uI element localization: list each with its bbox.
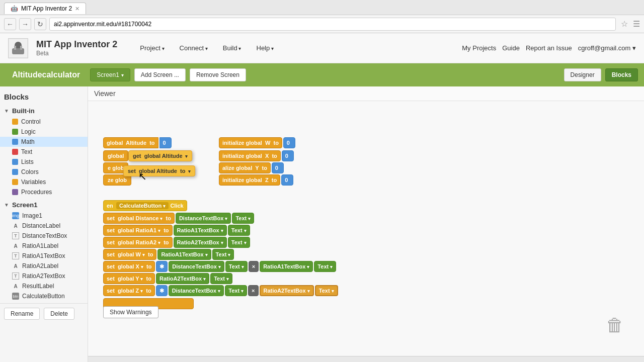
- browser-toolbar: ← → ↻ ☆ ☰: [0, 15, 644, 33]
- init-z-block[interactable]: initialize global Z to 0: [219, 173, 293, 188]
- sidebar-builtin-header[interactable]: ▼ Built-in: [0, 105, 88, 117]
- text-y1: Text ▾: [214, 276, 229, 282]
- sidebar-item-math[interactable]: Math: [0, 137, 88, 147]
- init-w-text: initialize global W to: [222, 140, 279, 146]
- sidebar-item-variables[interactable]: Variables: [0, 177, 88, 187]
- calculate-event-block[interactable]: en CalculateButton ▾ Click: [103, 199, 187, 213]
- remove-screen-button[interactable]: Remove Screen: [190, 68, 246, 81]
- viewer-title: Viewer: [94, 89, 116, 98]
- sidebar-item-procedures[interactable]: Procedures: [0, 187, 88, 197]
- app-nav: Project Connect Build Help: [133, 41, 280, 55]
- global-altitude-text: global Altitude to: [107, 140, 155, 146]
- screen-selector[interactable]: Screen1: [90, 68, 130, 81]
- altitude-value: 0: [163, 140, 166, 146]
- control-label: Control: [21, 118, 41, 125]
- nav-project[interactable]: Project: [133, 41, 171, 55]
- forward-button[interactable]: →: [19, 18, 31, 30]
- sidebar-ratioa2label[interactable]: A RatioA2Label: [0, 261, 88, 271]
- designer-button[interactable]: Designer: [564, 68, 601, 81]
- blocks-button[interactable]: Blocks: [605, 68, 638, 81]
- lists-label: Lists: [21, 158, 34, 165]
- calc-event-click: Click: [169, 203, 183, 209]
- svg-rect-4: [20, 46, 22, 50]
- back-button[interactable]: ←: [4, 18, 16, 30]
- ratioa2-box2-text: RatioA2TextBox ▾: [159, 276, 206, 282]
- sidebar-screen1-header[interactable]: ▼ Screen1: [0, 199, 88, 211]
- svg-rect-2: [12, 48, 24, 54]
- sidebar-item-text[interactable]: Text: [0, 147, 88, 157]
- show-warnings-button[interactable]: Show Warnings: [103, 306, 158, 318]
- rename-button[interactable]: Rename: [4, 308, 40, 320]
- resultlabel-label: ResultLabel: [22, 283, 54, 290]
- sidebar-item-lists[interactable]: Lists: [0, 157, 88, 167]
- set-distance-text: set global Distance ▾ to: [107, 215, 171, 221]
- label-icon-a2: A: [12, 242, 19, 249]
- trash-icon[interactable]: 🗑: [606, 315, 624, 336]
- tab-favicon: 🤖: [11, 5, 18, 12]
- address-bar[interactable]: [49, 18, 616, 31]
- text-val3: Text ▾: [231, 239, 247, 245]
- z-num-val: ✱: [159, 288, 164, 294]
- distancetextbox-label: DistanceTextBox: [22, 232, 67, 239]
- viewer-header: Viewer: [88, 86, 644, 101]
- ratioa1-box-text: RatioA1TextBox ▾: [177, 227, 223, 233]
- delete-button[interactable]: Delete: [44, 308, 74, 320]
- label-icon-a4: A: [12, 283, 19, 290]
- project-toolbar: Altitudecalculator Screen1 Add Screen ..…: [0, 63, 644, 86]
- sidebar-screen-section: ▼ Screen1 img Image1 A DistanceLabel T D…: [0, 199, 88, 301]
- sidebar-ratioa1label[interactable]: A RatioA1Label: [0, 241, 88, 251]
- set-y-text: set global Y ▾ to: [107, 276, 151, 282]
- show-warnings-container: Show Warnings: [103, 306, 158, 318]
- viewer-content[interactable]: global Altitude to 0 global e glob: [88, 101, 644, 356]
- user-account-link[interactable]: cgroff@gmail.com ▾: [578, 44, 636, 52]
- sidebar-title: Blocks: [0, 90, 88, 105]
- text-color: [12, 149, 18, 155]
- refresh-button[interactable]: ↻: [34, 18, 46, 30]
- text-z1: Text ▾: [228, 288, 244, 294]
- sidebar-distancelabel[interactable]: A DistanceLabel: [0, 221, 88, 231]
- sidebar-ratioa2textbox[interactable]: T RatioA2TextBox: [0, 271, 88, 281]
- bookmark-icon: ☆: [619, 19, 630, 29]
- lists-color: [12, 159, 18, 165]
- text-x1: Text ▾: [229, 263, 244, 269]
- image1-label: Image1: [22, 212, 42, 219]
- ratioa2-box3-text: RatioA2TextBox ▾: [264, 288, 310, 294]
- ratioa1-box2-text: RatioA1TextBox ▾: [161, 251, 207, 257]
- nav-help[interactable]: Help: [250, 41, 281, 55]
- sidebar-resultlabel[interactable]: A ResultLabel: [0, 281, 88, 291]
- nav-build[interactable]: Build: [216, 41, 248, 55]
- calc-btn-name: CalculateButton ▾: [116, 202, 169, 209]
- sidebar-calculatebutton[interactable]: btn CalculateButton: [0, 291, 88, 301]
- sidebar-item-logic[interactable]: Logic: [0, 127, 88, 137]
- set-z-block[interactable]: set global Z ▾ to ✱ DistanceTextBox ▾ Te…: [103, 284, 338, 298]
- add-screen-button[interactable]: Add Screen ...: [134, 68, 186, 81]
- distancelabel-label: DistanceLabel: [22, 222, 60, 229]
- label-icon-a1: A: [12, 222, 19, 229]
- procedures-label: Procedures: [21, 189, 52, 196]
- x-num-val: ✱: [159, 263, 164, 270]
- app-subtitle: Beta: [36, 50, 117, 57]
- init-w-block[interactable]: initialize global W to 0: [219, 136, 295, 150]
- main-layout: Blocks ▼ Built-in Control Logic Math Tex…: [0, 86, 644, 362]
- sidebar-item-colors[interactable]: Colors: [0, 167, 88, 177]
- global-block2[interactable]: global: [103, 149, 128, 162]
- app-title-block: MIT App Inventor 2 Beta: [36, 39, 117, 57]
- browser-tab[interactable]: 🤖 MIT App Inventor 2 ✕: [4, 3, 86, 14]
- logic-label: Logic: [21, 128, 36, 135]
- global-block3-text: e glob: [108, 165, 124, 171]
- guide-link[interactable]: Guide: [502, 44, 520, 52]
- svg-rect-3: [14, 46, 16, 50]
- global-altitude-block[interactable]: global Altitude to 0: [103, 136, 172, 150]
- sidebar-image1[interactable]: img Image1: [0, 211, 88, 221]
- nav-connect[interactable]: Connect: [173, 41, 214, 55]
- sidebar-item-control[interactable]: Control: [0, 117, 88, 127]
- my-projects-link[interactable]: My Projects: [462, 44, 496, 52]
- tab-close-icon[interactable]: ✕: [75, 6, 79, 12]
- popup1-arrow: ▾: [185, 154, 188, 159]
- sidebar-distancetextbox[interactable]: T DistanceTextBox: [0, 231, 88, 241]
- report-issue-link[interactable]: Report an Issue: [526, 44, 572, 52]
- set-z-text: set global Z ▾ to: [107, 288, 151, 294]
- sidebar-ratioa1textbox[interactable]: T RatioA1TextBox: [0, 251, 88, 261]
- builtin-label: Built-in: [12, 107, 35, 115]
- viewer-scrollbar[interactable]: [88, 356, 644, 362]
